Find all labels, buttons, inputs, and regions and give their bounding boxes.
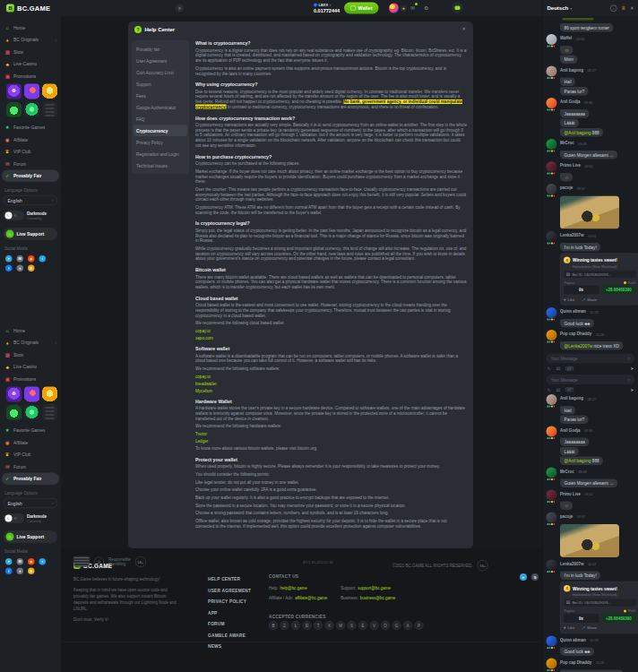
help-menu-item-fees[interactable]: Fees: [132, 90, 189, 101]
close-icon[interactable]: ✕: [461, 26, 466, 32]
chat-avatar[interactable]: [547, 560, 557, 571]
chat-username[interactable]: Anil bagong: [560, 68, 583, 73]
dice-icon[interactable]: ⚄: [556, 366, 560, 372]
footer-link-privacy-policy[interactable]: PRIVACY POLICY: [208, 596, 251, 607]
game-tile-twist-icon[interactable]: [6, 387, 22, 402]
game-tile-crown-icon[interactable]: [42, 84, 57, 99]
chat-username[interactable]: Anil Godja: [560, 428, 581, 433]
game-tile-crown-icon[interactable]: [42, 387, 57, 402]
chat-username[interactable]: Lenka2007w: [560, 562, 584, 566]
chat-avatar[interactable]: [547, 636, 557, 647]
footer-link-gamble-aware[interactable]: GAMBLE AWARE: [208, 630, 251, 642]
chat-avatar[interactable]: [547, 161, 557, 172]
sidebar-collapse-button[interactable]: ≡: [176, 4, 184, 13]
chat-avatar[interactable]: [547, 513, 557, 523]
trophy-icon[interactable]: ♕: [621, 5, 625, 12]
mail-icon[interactable]: ✉: [410, 4, 415, 11]
footer-link-news[interactable]: NEWS: [208, 641, 251, 652]
close-icon[interactable]: ✕: [630, 5, 634, 12]
chat-avatar[interactable]: [547, 231, 557, 242]
language-select[interactable]: English›: [4, 498, 57, 508]
chat-avatar[interactable]: [547, 34, 557, 45]
send-icon[interactable]: ➤: [630, 366, 634, 372]
chat-username[interactable]: pacoje: [560, 514, 573, 519]
sidebar-item-slots[interactable]: ▦Slots: [0, 46, 61, 58]
chat-message-input[interactable]: [550, 376, 626, 383]
telegram-icon[interactable]: ➤: [520, 573, 527, 581]
game-tile-gem-icon[interactable]: [24, 405, 39, 420]
chat-message-input[interactable]: [550, 356, 626, 362]
sidebar-item-home[interactable]: ⌂Home: [0, 22, 61, 34]
chat-username[interactable]: Pop cap Dhaddy: [560, 660, 591, 665]
reddit-icon[interactable]: ◉: [28, 558, 35, 565]
chat-language-selector[interactable]: Deutsch: [547, 5, 569, 12]
win-share-card[interactable]: $Winning tastes sweet!Hakkebakke (Slow W…: [560, 254, 638, 306]
twitter-icon[interactable]: t: [39, 255, 47, 263]
sidebar-item-affiliate[interactable]: ◉Affiliate: [0, 134, 61, 146]
chat-avatar[interactable]: [547, 490, 557, 501]
sidebar-item-favorite-games[interactable]: ★Favorite Games: [0, 122, 61, 134]
sidebar-item-vip-club[interactable]: ♛VIP Club: [0, 449, 61, 461]
live-support-button[interactable]: ∩Live Support: [4, 228, 57, 240]
article-link[interactable]: Trezor: [195, 432, 467, 436]
chat-username[interactable]: Quinn altman: [560, 309, 586, 314]
chat-avatar[interactable]: [547, 66, 557, 77]
chat-username[interactable]: Pop cap Dhaddy: [560, 332, 591, 336]
chat-avatar[interactable]: [547, 98, 557, 108]
chat-username[interactable]: Primo Live: [560, 492, 581, 496]
twitter-icon[interactable]: t: [39, 558, 47, 565]
article-link[interactable]: xapo.com: [195, 336, 467, 340]
game-tile-flask-icon[interactable]: [6, 405, 22, 420]
chat-username[interactable]: Primo Live: [560, 163, 581, 168]
help-menu-item-privacy-policy[interactable]: Privacy Policy: [132, 136, 189, 148]
gif-icon[interactable]: GIF: [565, 366, 573, 371]
send-icon[interactable]: ➤: [630, 387, 634, 392]
sidebar-item-live-casino[interactable]: ♣Live Casino: [0, 58, 61, 71]
gear-icon[interactable]: ⚙: [424, 4, 428, 11]
darkmode-toggle[interactable]: ☾⚙: [4, 211, 24, 220]
mention-text[interactable]: @Anil bagong: [565, 459, 591, 464]
skype-icon[interactable]: S: [531, 573, 539, 581]
sidebar-item-live-casino[interactable]: ♣Live Casino: [0, 361, 61, 374]
footer-link-app[interactable]: APP: [208, 607, 251, 619]
chat-image-attachment[interactable]: [560, 196, 619, 229]
footer-link-user-agreement[interactable]: USER AGREEMENT: [208, 585, 251, 597]
chat-toggle-button[interactable]: [452, 2, 463, 13]
dice-icon[interactable]: ⚄: [556, 387, 560, 392]
medium-icon[interactable]: M: [17, 255, 24, 263]
like-button[interactable]: ♥Like: [564, 625, 574, 630]
help-menu-item-support[interactable]: Support: [132, 78, 189, 90]
like-button[interactable]: ♥Like: [564, 297, 574, 302]
pencil-icon[interactable]: ✎: [547, 366, 551, 372]
medium-icon[interactable]: M: [17, 558, 24, 565]
telegram-icon[interactable]: ➤: [5, 558, 13, 565]
sidebar-item-vip-club[interactable]: ♛VIP Club: [0, 146, 61, 159]
sidebar-item-bc-originals[interactable]: ♦BC Originals›: [0, 34, 61, 47]
sidebar-item-forum[interactable]: ✉Forum: [0, 158, 61, 170]
chat-avatar[interactable]: [547, 394, 557, 405]
chat-username[interactable]: MrCroc: [560, 470, 574, 474]
sidebar-item-promotions[interactable]: ▣Promotions: [0, 373, 61, 385]
contact-email[interactable]: support@bc.game: [358, 586, 391, 590]
chat-username[interactable]: Anil bagong: [560, 396, 583, 401]
mention-text[interactable]: @Anil bagong: [565, 130, 591, 135]
help-menu-item-coin-accuracy-limit[interactable]: Coin Accuracy Limit: [132, 66, 189, 78]
smiley-icon[interactable]: ☺: [626, 377, 632, 383]
game-tile-list-icon[interactable]: [42, 102, 57, 117]
darkmode-toggle[interactable]: ☾⚙: [4, 513, 24, 523]
gif-icon[interactable]: GIF: [565, 388, 573, 392]
game-tile-list-icon[interactable]: [42, 405, 57, 420]
chat-avatar[interactable]: [547, 139, 557, 150]
footer-link-help-center[interactable]: HELP CENTER: [208, 573, 251, 585]
chat-avatar[interactable]: [547, 468, 557, 478]
wallet-button[interactable]: Wallet: [344, 3, 379, 14]
sidebar-item-promotions[interactable]: ▣Promotions: [0, 70, 61, 82]
help-menu-item-cryptocurrency[interactable]: Cryptocurrency: [134, 125, 187, 136]
article-link[interactable]: Mycelium: [195, 388, 467, 392]
bitcointalk-icon[interactable]: B: [28, 568, 35, 575]
win-share-card[interactable]: $Winning tastes sweet!Hakkebakke (Slow W…: [560, 582, 638, 633]
game-tile-flask-icon[interactable]: [6, 102, 22, 117]
article-link[interactable]: copay.io: [195, 329, 467, 333]
discord-icon[interactable]: ♦: [17, 265, 24, 272]
discord-icon[interactable]: ♦: [17, 568, 24, 575]
